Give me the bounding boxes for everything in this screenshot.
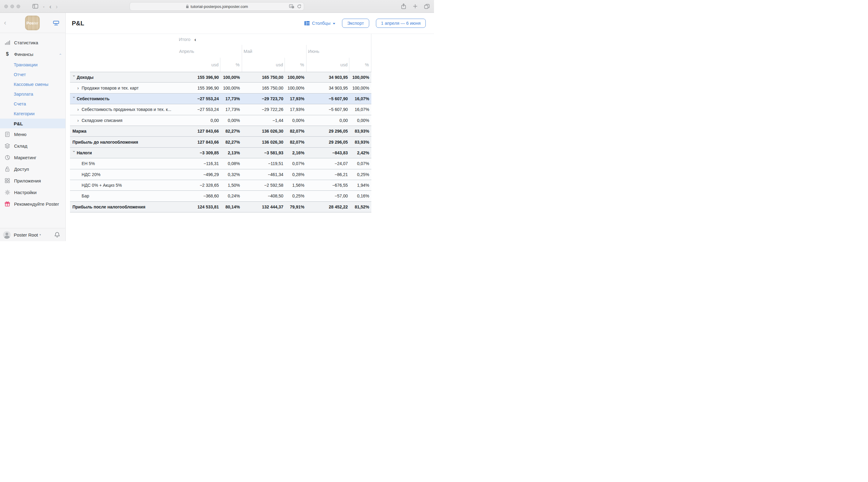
columns-button[interactable]: Столбцы — [304, 21, 335, 26]
row-label-cell: Бар — [70, 193, 178, 199]
chevron-right-icon[interactable]: › — [77, 118, 82, 123]
sidebar: ‹ Poster Статистика $ Финансы › Транзакц… — [0, 13, 66, 241]
sidebar-item-report[interactable]: Отчет — [0, 70, 65, 80]
table-header-months-row: Апрель Май Июнь — [70, 45, 371, 58]
value-usd-cell: 155 396,90 — [178, 86, 220, 90]
window-minimize-button[interactable] — [10, 5, 14, 8]
avatar[interactable] — [3, 231, 11, 239]
chevron-down-icon[interactable]: › — [72, 151, 76, 155]
date-range-button[interactable]: 1 апреля — 6 июня — [376, 19, 426, 28]
gear-icon — [4, 190, 11, 195]
sidebar-item-recommend-poster[interactable]: Рекомендуйте Poster — [0, 198, 65, 210]
lock-open-icon — [4, 166, 11, 172]
row-label-cell: НДС 20% — [70, 172, 178, 177]
table-row[interactable]: ›Складские списания0,000,00%−1,440,00%0,… — [70, 115, 371, 126]
value-percent-cell: 2,13% — [220, 150, 242, 155]
value-usd-cell: −119,51 — [242, 161, 285, 166]
value-percent-cell: 17,93% — [285, 107, 307, 112]
dollar-icon: $ — [4, 51, 11, 57]
table-row[interactable]: ›Продажи товаров и тех. карт155 396,9010… — [70, 83, 371, 93]
value-usd-cell: −27 553,24 — [178, 96, 220, 101]
sidebar-item-accounts[interactable]: Счета — [0, 99, 65, 109]
pos-terminal-icon[interactable] — [53, 21, 59, 26]
usd-column-label: usd — [307, 58, 349, 72]
value-usd-cell: −676,55 — [307, 183, 349, 188]
row-label-cell: ›Продажи товаров и тех. карт — [70, 86, 178, 90]
sidebar-item-marketing[interactable]: Маркетинг — [0, 152, 65, 163]
pie-chart-icon — [4, 155, 11, 160]
sidebar-item-warehouse[interactable]: Склад — [0, 140, 65, 152]
chevron-right-icon[interactable]: › — [77, 107, 82, 112]
poster-logo[interactable]: Poster — [25, 16, 40, 30]
chevron-right-icon[interactable]: › — [77, 86, 82, 90]
chevron-down-icon[interactable]: ⌄ — [42, 5, 45, 8]
window-controls — [0, 5, 20, 8]
chevron-down-icon[interactable]: › — [72, 97, 76, 101]
value-usd-cell: −24,07 — [307, 161, 349, 166]
value-percent-cell: 100,00% — [349, 86, 371, 90]
table-row[interactable]: ›Себестоимость проданных товаров и тех. … — [70, 104, 371, 115]
table-row[interactable]: ›Налоги−3 309,852,13%−3 581,932,16%−843,… — [70, 148, 371, 158]
row-label: Себестоимость — [77, 96, 110, 101]
table-columns-icon — [304, 21, 310, 25]
value-usd-cell: −29 723,70 — [242, 96, 285, 101]
value-percent-cell: 0,00% — [220, 118, 242, 123]
sidebar-item-access[interactable]: Доступ — [0, 163, 65, 175]
window-zoom-button[interactable] — [17, 5, 20, 8]
row-label: Себестоимость проданных товаров и тех. к… — [82, 107, 172, 112]
row-label-cell: ›Себестоимость — [70, 96, 178, 101]
sidebar-item-finance[interactable]: $ Финансы › — [0, 48, 65, 60]
total-column-label: Итого — [179, 37, 190, 42]
value-percent-cell: 17,73% — [220, 107, 242, 112]
share-icon[interactable] — [401, 3, 406, 9]
chevron-up-icon[interactable]: › — [58, 54, 62, 55]
window-close-button[interactable] — [4, 5, 8, 8]
value-percent-cell: 0,28% — [285, 172, 307, 177]
value-percent-cell: 82,07% — [285, 140, 307, 145]
value-percent-cell: 1,50% — [220, 183, 242, 188]
reload-icon[interactable] — [297, 4, 301, 8]
value-usd-cell: 132 444,37 — [242, 205, 285, 209]
translate-icon[interactable]: A文 — [289, 4, 294, 8]
row-label: Прибыль после налогообложения — [72, 205, 146, 209]
chevron-down-icon[interactable]: › — [72, 75, 76, 80]
value-percent-cell: 82,27% — [220, 140, 242, 145]
page-title: P&L — [72, 20, 84, 27]
sidebar-toggle-icon[interactable] — [32, 4, 38, 8]
export-button[interactable]: Экспорт — [342, 19, 369, 28]
value-percent-cell: 100,00% — [285, 75, 307, 80]
url-bar[interactable]: tutorial-posterpos.joinposter.com A文 — [130, 2, 304, 11]
back-button[interactable]: ‹ — [49, 3, 51, 9]
sidebar-item-menu[interactable]: Меню — [0, 128, 65, 140]
user-name[interactable]: Poster Root — [14, 232, 38, 238]
value-usd-cell: −29 722,26 — [242, 107, 285, 112]
sidebar-item-cash-shifts[interactable]: Кассовые смены — [0, 80, 65, 89]
sidebar-item-pnl[interactable]: P&L — [0, 119, 65, 128]
notifications-bell-icon[interactable] — [54, 232, 60, 238]
sidebar-item-settings[interactable]: Настройки — [0, 186, 65, 198]
sidebar-item-salary[interactable]: Зарплата — [0, 89, 65, 99]
value-usd-cell: 136 026,30 — [242, 129, 285, 133]
new-tab-icon[interactable] — [413, 4, 417, 8]
table-row[interactable]: ›Себестоимость−27 553,2417,73%−29 723,70… — [70, 93, 371, 104]
sidebar-item-transactions[interactable]: Транзакции — [0, 60, 65, 70]
sidebar-item-categories[interactable]: Категории — [0, 109, 65, 119]
sidebar-item-label: Финансы — [14, 52, 33, 57]
table-row: НДС 20%−496,290,32%−461,340,28%−86,210,2… — [70, 169, 371, 180]
value-usd-cell: −2 592,58 — [242, 183, 285, 188]
tab-overview-icon[interactable] — [424, 4, 430, 9]
sidebar-item-applications[interactable]: Приложения — [0, 175, 65, 186]
month-column-label: Июнь — [307, 45, 371, 58]
table-row[interactable]: ›Доходы155 396,90100,00%165 750,00100,00… — [70, 72, 371, 83]
forward-button[interactable]: › — [56, 3, 58, 9]
lock-icon — [186, 5, 189, 8]
table-row: Маржа127 843,6682,27%136 026,3082,07%29 … — [70, 126, 371, 137]
value-percent-cell: 79,91% — [285, 205, 307, 209]
chevron-down-icon[interactable]: ▾ — [39, 233, 41, 236]
value-percent-cell: 100,00% — [220, 86, 242, 90]
value-usd-cell: 136 026,30 — [242, 140, 285, 145]
sidebar-item-statistics[interactable]: Статистика — [0, 37, 65, 48]
collapse-sidebar-icon[interactable]: ‹ — [4, 20, 6, 26]
collapse-columns-icon[interactable]: ‹ — [194, 37, 196, 42]
svg-text:文: 文 — [292, 6, 294, 8]
